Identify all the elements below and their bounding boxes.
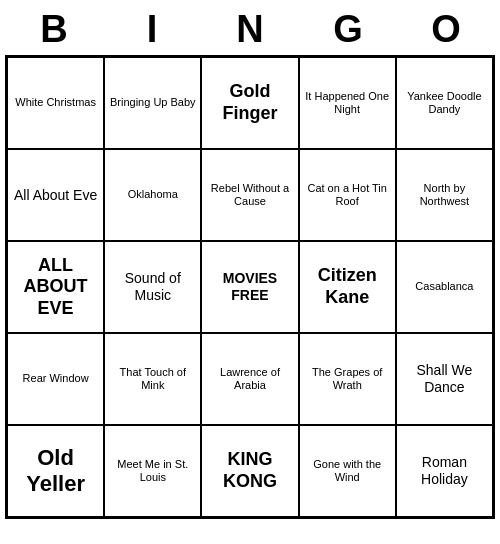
letter-i: I bbox=[107, 8, 197, 51]
letter-g: G bbox=[303, 8, 393, 51]
bingo-cell-16[interactable]: That Touch of Mink bbox=[104, 333, 201, 425]
bingo-cell-14[interactable]: Casablanca bbox=[396, 241, 493, 333]
bingo-cell-12[interactable]: MOVIES FREE bbox=[201, 241, 298, 333]
bingo-cell-4[interactable]: Yankee Doodle Dandy bbox=[396, 57, 493, 149]
bingo-cell-15[interactable]: Rear Window bbox=[7, 333, 104, 425]
letter-n: N bbox=[205, 8, 295, 51]
bingo-cell-17[interactable]: Lawrence of Arabia bbox=[201, 333, 298, 425]
bingo-cell-1[interactable]: Bringing Up Baby bbox=[104, 57, 201, 149]
bingo-cell-0[interactable]: White Christmas bbox=[7, 57, 104, 149]
bingo-cell-23[interactable]: Gone with the Wind bbox=[299, 425, 396, 517]
bingo-cell-7[interactable]: Rebel Without a Cause bbox=[201, 149, 298, 241]
letter-b: B bbox=[9, 8, 99, 51]
bingo-cell-11[interactable]: Sound of Music bbox=[104, 241, 201, 333]
bingo-cell-13[interactable]: Citizen Kane bbox=[299, 241, 396, 333]
bingo-cell-18[interactable]: The Grapes of Wrath bbox=[299, 333, 396, 425]
bingo-cell-10[interactable]: ALL ABOUT EVE bbox=[7, 241, 104, 333]
bingo-cell-22[interactable]: KING KONG bbox=[201, 425, 298, 517]
bingo-grid: White ChristmasBringing Up BabyGold Fing… bbox=[5, 55, 495, 519]
bingo-cell-9[interactable]: North by Northwest bbox=[396, 149, 493, 241]
bingo-cell-6[interactable]: Oklahoma bbox=[104, 149, 201, 241]
bingo-header: B I N G O bbox=[5, 0, 495, 55]
bingo-cell-3[interactable]: It Happened One Night bbox=[299, 57, 396, 149]
bingo-cell-2[interactable]: Gold Finger bbox=[201, 57, 298, 149]
bingo-cell-21[interactable]: Meet Me in St. Louis bbox=[104, 425, 201, 517]
bingo-cell-24[interactable]: Roman Holiday bbox=[396, 425, 493, 517]
letter-o: O bbox=[401, 8, 491, 51]
bingo-cell-5[interactable]: All About Eve bbox=[7, 149, 104, 241]
bingo-cell-8[interactable]: Cat on a Hot Tin Roof bbox=[299, 149, 396, 241]
bingo-cell-20[interactable]: Old Yeller bbox=[7, 425, 104, 517]
bingo-cell-19[interactable]: Shall We Dance bbox=[396, 333, 493, 425]
